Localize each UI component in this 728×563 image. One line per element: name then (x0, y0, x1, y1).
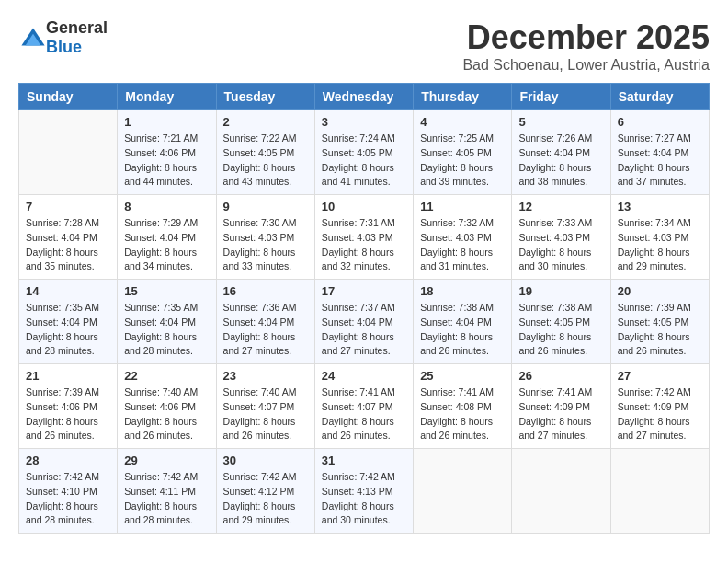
calendar-day-cell: 14Sunrise: 7:35 AM Sunset: 4:04 PM Dayli… (19, 280, 118, 364)
calendar-day-cell (512, 449, 610, 534)
weekday-header: Wednesday (314, 84, 413, 110)
day-number: 28 (26, 454, 110, 467)
day-number: 10 (322, 200, 406, 213)
logo: General Blue (18, 18, 108, 57)
logo-general: General (46, 18, 108, 37)
calendar-day-cell: 3Sunrise: 7:24 AM Sunset: 4:05 PM Daylig… (314, 110, 413, 195)
weekday-header: Friday (512, 84, 610, 110)
weekday-header: Tuesday (216, 84, 314, 110)
day-info: Sunrise: 7:39 AM Sunset: 4:06 PM Dayligh… (26, 385, 110, 443)
day-number: 6 (618, 115, 702, 129)
day-info: Sunrise: 7:31 AM Sunset: 4:03 PM Dayligh… (322, 216, 406, 274)
day-number: 13 (618, 200, 702, 213)
day-number: 8 (124, 200, 209, 213)
day-number: 9 (223, 200, 308, 213)
month-title: December 2025 (462, 18, 710, 57)
day-info: Sunrise: 7:42 AM Sunset: 4:13 PM Dayligh… (322, 470, 406, 528)
day-number: 19 (518, 284, 603, 298)
weekday-header: Sunday (19, 84, 118, 110)
day-info: Sunrise: 7:41 AM Sunset: 4:09 PM Dayligh… (518, 385, 603, 443)
calendar-day-cell: 11Sunrise: 7:32 AM Sunset: 4:03 PM Dayli… (414, 195, 512, 280)
day-number: 5 (518, 115, 603, 129)
day-info: Sunrise: 7:40 AM Sunset: 4:06 PM Dayligh… (124, 385, 209, 443)
calendar-day-cell: 1Sunrise: 7:21 AM Sunset: 4:06 PM Daylig… (118, 110, 216, 195)
day-number: 17 (322, 284, 406, 298)
day-info: Sunrise: 7:34 AM Sunset: 4:03 PM Dayligh… (618, 216, 702, 274)
day-info: Sunrise: 7:40 AM Sunset: 4:07 PM Dayligh… (223, 385, 308, 443)
calendar-day-cell: 31Sunrise: 7:42 AM Sunset: 4:13 PM Dayli… (314, 449, 413, 534)
day-info: Sunrise: 7:38 AM Sunset: 4:04 PM Dayligh… (420, 301, 505, 359)
calendar-day-cell: 27Sunrise: 7:42 AM Sunset: 4:09 PM Dayli… (610, 364, 709, 449)
location-title: Bad Schoenau, Lower Austria, Austria (462, 57, 710, 74)
calendar-day-cell: 25Sunrise: 7:41 AM Sunset: 4:08 PM Dayli… (414, 364, 512, 449)
calendar-day-cell: 22Sunrise: 7:40 AM Sunset: 4:06 PM Dayli… (118, 364, 216, 449)
calendar-day-cell: 2Sunrise: 7:22 AM Sunset: 4:05 PM Daylig… (216, 110, 314, 195)
calendar-day-cell: 13Sunrise: 7:34 AM Sunset: 4:03 PM Dayli… (610, 195, 709, 280)
day-info: Sunrise: 7:37 AM Sunset: 4:04 PM Dayligh… (322, 301, 406, 359)
day-number: 20 (618, 284, 702, 298)
day-number: 1 (124, 115, 209, 129)
calendar-day-cell: 12Sunrise: 7:33 AM Sunset: 4:03 PM Dayli… (512, 195, 610, 280)
calendar-day-cell: 24Sunrise: 7:41 AM Sunset: 4:07 PM Dayli… (314, 364, 413, 449)
calendar-day-cell: 8Sunrise: 7:29 AM Sunset: 4:04 PM Daylig… (118, 195, 216, 280)
day-number: 14 (26, 284, 110, 298)
day-number: 29 (124, 454, 209, 467)
day-info: Sunrise: 7:32 AM Sunset: 4:03 PM Dayligh… (420, 216, 505, 274)
day-info: Sunrise: 7:38 AM Sunset: 4:05 PM Dayligh… (518, 301, 603, 359)
day-number: 30 (223, 454, 308, 467)
day-info: Sunrise: 7:26 AM Sunset: 4:04 PM Dayligh… (518, 132, 603, 190)
day-info: Sunrise: 7:22 AM Sunset: 4:05 PM Dayligh… (223, 132, 308, 190)
calendar-day-cell: 9Sunrise: 7:30 AM Sunset: 4:03 PM Daylig… (216, 195, 314, 280)
day-number: 22 (124, 369, 209, 383)
day-info: Sunrise: 7:27 AM Sunset: 4:04 PM Dayligh… (618, 132, 702, 190)
day-number: 24 (322, 369, 406, 383)
calendar-day-cell: 18Sunrise: 7:38 AM Sunset: 4:04 PM Dayli… (414, 280, 512, 364)
calendar-day-cell: 20Sunrise: 7:39 AM Sunset: 4:05 PM Dayli… (610, 280, 709, 364)
calendar-day-cell: 16Sunrise: 7:36 AM Sunset: 4:04 PM Dayli… (216, 280, 314, 364)
calendar-day-cell: 7Sunrise: 7:28 AM Sunset: 4:04 PM Daylig… (19, 195, 118, 280)
day-number: 3 (322, 115, 406, 129)
day-number: 31 (322, 454, 406, 467)
calendar-day-cell: 5Sunrise: 7:26 AM Sunset: 4:04 PM Daylig… (512, 110, 610, 195)
calendar-day-cell: 28Sunrise: 7:42 AM Sunset: 4:10 PM Dayli… (19, 449, 118, 534)
day-info: Sunrise: 7:41 AM Sunset: 4:07 PM Dayligh… (322, 385, 406, 443)
day-number: 2 (223, 115, 308, 129)
day-info: Sunrise: 7:41 AM Sunset: 4:08 PM Dayligh… (420, 385, 505, 443)
day-number: 18 (420, 284, 505, 298)
day-number: 4 (420, 115, 505, 129)
day-info: Sunrise: 7:29 AM Sunset: 4:04 PM Dayligh… (124, 216, 209, 274)
calendar-week-row: 28Sunrise: 7:42 AM Sunset: 4:10 PM Dayli… (19, 449, 710, 534)
day-number: 27 (618, 369, 702, 383)
title-block: December 2025 Bad Schoenau, Lower Austri… (462, 18, 710, 74)
day-number: 12 (518, 200, 603, 213)
day-info: Sunrise: 7:28 AM Sunset: 4:04 PM Dayligh… (26, 216, 110, 274)
calendar-day-cell: 15Sunrise: 7:35 AM Sunset: 4:04 PM Dayli… (118, 280, 216, 364)
logo-icon (20, 25, 46, 51)
logo-blue: Blue (46, 38, 82, 56)
calendar-day-cell (19, 110, 118, 195)
day-number: 15 (124, 284, 209, 298)
calendar-day-cell: 23Sunrise: 7:40 AM Sunset: 4:07 PM Dayli… (216, 364, 314, 449)
calendar-week-row: 21Sunrise: 7:39 AM Sunset: 4:06 PM Dayli… (19, 364, 710, 449)
page-header: General Blue December 2025 Bad Schoenau,… (18, 18, 710, 74)
day-info: Sunrise: 7:42 AM Sunset: 4:12 PM Dayligh… (223, 470, 308, 528)
day-info: Sunrise: 7:21 AM Sunset: 4:06 PM Dayligh… (124, 132, 209, 190)
calendar-day-cell: 29Sunrise: 7:42 AM Sunset: 4:11 PM Dayli… (118, 449, 216, 534)
calendar-week-row: 7Sunrise: 7:28 AM Sunset: 4:04 PM Daylig… (19, 195, 710, 280)
day-info: Sunrise: 7:35 AM Sunset: 4:04 PM Dayligh… (26, 301, 110, 359)
calendar-day-cell: 6Sunrise: 7:27 AM Sunset: 4:04 PM Daylig… (610, 110, 709, 195)
calendar-day-cell: 26Sunrise: 7:41 AM Sunset: 4:09 PM Dayli… (512, 364, 610, 449)
calendar-day-cell (610, 449, 709, 534)
weekday-header: Thursday (414, 84, 512, 110)
day-info: Sunrise: 7:24 AM Sunset: 4:05 PM Dayligh… (322, 132, 406, 190)
day-info: Sunrise: 7:35 AM Sunset: 4:04 PM Dayligh… (124, 301, 209, 359)
calendar-day-cell: 10Sunrise: 7:31 AM Sunset: 4:03 PM Dayli… (314, 195, 413, 280)
day-number: 7 (26, 200, 110, 213)
calendar-week-row: 1Sunrise: 7:21 AM Sunset: 4:06 PM Daylig… (19, 110, 710, 195)
day-info: Sunrise: 7:42 AM Sunset: 4:11 PM Dayligh… (124, 470, 209, 528)
calendar-day-cell (414, 449, 512, 534)
calendar-day-cell: 17Sunrise: 7:37 AM Sunset: 4:04 PM Dayli… (314, 280, 413, 364)
day-number: 21 (26, 369, 110, 383)
calendar-week-row: 14Sunrise: 7:35 AM Sunset: 4:04 PM Dayli… (19, 280, 710, 364)
day-number: 25 (420, 369, 505, 383)
